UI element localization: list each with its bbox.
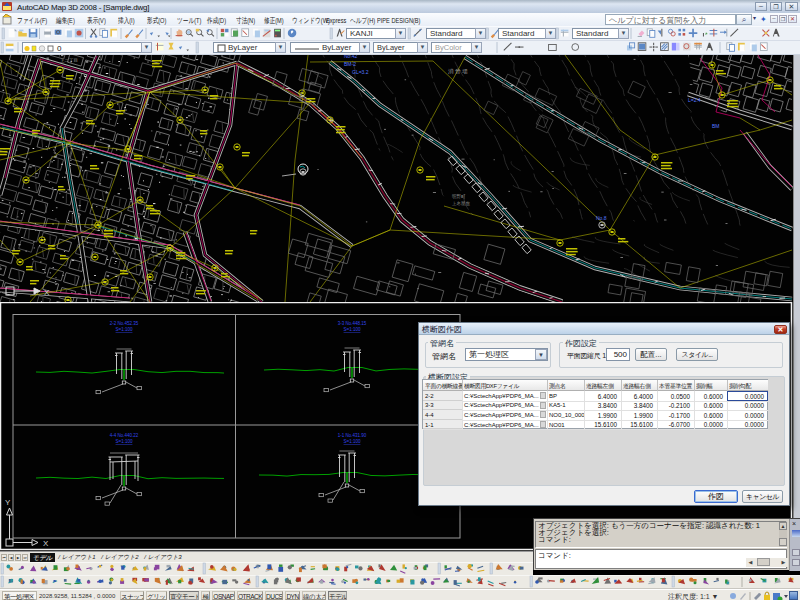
svg-text:No.8: No.8 <box>596 215 607 221</box>
svg-text:2-2 No.452.35: 2-2 No.452.35 <box>110 321 139 326</box>
svg-text:X: X <box>44 288 50 297</box>
svg-text:明野町: 明野町 <box>452 194 466 199</box>
svg-text:1-1 No.431.90: 1-1 No.431.90 <box>338 433 367 438</box>
svg-text:No.42: No.42 <box>344 55 358 59</box>
svg-text:S=1:100: S=1:100 <box>344 439 361 444</box>
svg-text:GL=3.2: GL=3.2 <box>352 69 369 75</box>
svg-text:消 音 場: 消 音 場 <box>448 68 468 75</box>
svg-text:S=1:100: S=1:100 <box>116 439 133 444</box>
svg-text:3-3 No.448.15: 3-3 No.448.15 <box>338 321 367 326</box>
svg-text:4-4 No.440.22: 4-4 No.440.22 <box>110 433 139 438</box>
svg-text:Y: Y <box>5 498 11 507</box>
svg-text:0: 0 <box>57 44 62 53</box>
svg-text:BM-2: BM-2 <box>344 61 356 67</box>
svg-text:X: X <box>43 539 49 548</box>
svg-text:L=2.4: L=2.4 <box>688 97 701 103</box>
svg-text:S=1:100: S=1:100 <box>344 327 361 332</box>
svg-text:上二丁目: 上二丁目 <box>60 58 78 63</box>
svg-text:S=1:100: S=1:100 <box>116 327 133 332</box>
svg-text:BM: BM <box>712 123 720 129</box>
